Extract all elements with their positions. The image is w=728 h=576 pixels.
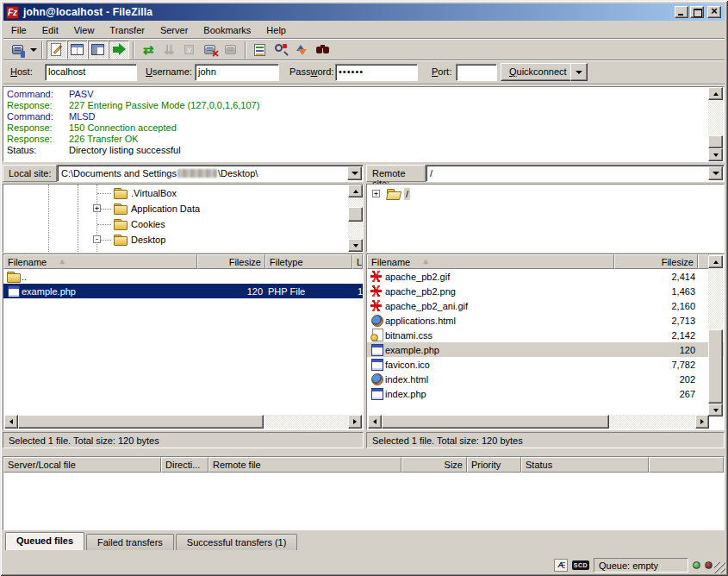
reconnect-button[interactable] [221, 41, 241, 59]
combo-dropdown-button[interactable] [347, 166, 362, 180]
menu-server[interactable]: Server [152, 23, 196, 37]
toggle-queue-view-button[interactable] [109, 41, 129, 59]
file-row[interactable]: bitnami.css2,142 [367, 328, 724, 342]
log-scrollbar[interactable] [708, 87, 723, 161]
message-log[interactable]: Command:PASV Response:227 Entering Passi… [3, 86, 725, 162]
minimize-button[interactable] [675, 6, 688, 18]
maximize-button[interactable] [690, 6, 704, 18]
column-header-filename[interactable]: Filename▲ [3, 254, 197, 269]
column-header-remote-file[interactable]: Remote file [208, 457, 401, 473]
host-input[interactable]: localhost [45, 64, 137, 81]
menu-bookmarks[interactable]: Bookmarks [196, 23, 258, 37]
scroll-left-button[interactable] [4, 415, 18, 429]
expand-plus-icon[interactable]: + [93, 204, 101, 212]
scroll-up-button[interactable] [708, 255, 723, 268]
site-manager-dropdown[interactable] [28, 41, 38, 59]
tab-failed-transfers[interactable]: Failed transfers [86, 534, 174, 550]
username-label: Username: [146, 66, 192, 77]
tree-item-desktop[interactable]: - Desktop [3, 232, 363, 247]
remote-list-hscrollbar[interactable] [368, 415, 709, 429]
scrollbar-thumb[interactable] [382, 415, 609, 429]
toggle-log-view-button[interactable] [47, 41, 67, 59]
quickconnect-dropdown[interactable] [570, 63, 588, 81]
file-row[interactable]: apache_pb2.gif2,414 [367, 269, 724, 284]
toggle-local-tree-button[interactable] [67, 41, 88, 59]
tree-item-root[interactable]: + / [367, 186, 724, 202]
scrollbar-thumb[interactable] [708, 329, 723, 404]
tab-queued-files[interactable]: Queued files [5, 532, 84, 550]
site-manager-button[interactable] [8, 41, 28, 59]
file-row-example-php[interactable]: example.php120 [367, 342, 724, 357]
collapse-minus-icon[interactable]: - [93, 235, 101, 243]
remote-directory-tree[interactable]: + / [366, 184, 725, 253]
column-header-server-local-file[interactable]: Server/Local file [3, 457, 161, 473]
file-row[interactable]: index.php267 [367, 386, 724, 401]
speed-limit-badge[interactable]: SCD [572, 560, 589, 570]
file-row[interactable]: apache_pb2.png1,463 [367, 284, 724, 298]
port-input[interactable] [456, 64, 497, 81]
column-header-filename[interactable]: Filename▲ [367, 254, 614, 269]
column-header-direction[interactable]: Directi... [161, 457, 208, 473]
combo-dropdown-button[interactable] [708, 166, 723, 180]
local-site-combo[interactable]: C:\Documents and Settings\Desktop\ [57, 165, 364, 182]
file-row-example-php[interactable]: example.php 120 PHP File 1 [3, 284, 363, 298]
scroll-right-button[interactable] [348, 415, 362, 429]
scroll-right-button[interactable] [695, 415, 709, 429]
tree-item-virtualbox[interactable]: .VirtualBox [3, 185, 363, 201]
transfer-queue[interactable]: Server/Local file Directi... Remote file… [3, 456, 725, 530]
compare-directories-button[interactable] [271, 41, 291, 59]
scroll-up-button[interactable] [348, 185, 363, 197]
column-header-status[interactable]: Status [521, 457, 649, 473]
toggle-remote-tree-button[interactable] [88, 41, 109, 59]
tree-item-application-data[interactable]: + Application Data [3, 201, 363, 216]
file-row[interactable]: apache_pb2_ani.gif2,160 [367, 298, 724, 313]
synchronized-browsing-button[interactable] [291, 41, 312, 59]
menu-help[interactable]: Help [258, 23, 294, 37]
refresh-button[interactable]: ⇄ [138, 41, 159, 59]
local-file-list[interactable]: Filename▲ Filesize Filetype L .. example… [3, 254, 364, 430]
tab-successful-transfers[interactable]: Successful transfers (1) [176, 534, 298, 550]
disconnect-button[interactable]: × [200, 41, 221, 59]
password-input[interactable]: •••••• [335, 64, 418, 81]
directory-filters-button[interactable] [250, 41, 271, 59]
scroll-down-button[interactable] [708, 148, 723, 161]
menu-view[interactable]: View [66, 23, 103, 37]
local-directory-tree[interactable]: .VirtualBox + Application Data Cookies -… [3, 184, 364, 253]
scrollbar-thumb[interactable] [18, 415, 264, 429]
scroll-left-button[interactable] [368, 415, 382, 429]
menu-edit[interactable]: Edit [34, 23, 66, 37]
column-header-lastmodified[interactable]: L [352, 254, 363, 269]
menu-transfer[interactable]: Transfer [102, 23, 152, 37]
scroll-down-button[interactable] [708, 404, 723, 416]
tree-item-cookies[interactable]: Cookies [3, 216, 363, 232]
quickconnect-button[interactable]: Quickconnect [501, 63, 576, 81]
file-row[interactable]: applications.html2,713 [367, 313, 724, 328]
file-row-parent-dir[interactable]: .. [3, 269, 363, 284]
cancel-button[interactable]: x [179, 41, 200, 59]
scrollbar-thumb[interactable] [708, 135, 723, 148]
menu-file[interactable]: File [3, 23, 34, 37]
close-button[interactable] [707, 6, 721, 18]
column-header-filesize[interactable]: Filesize [614, 254, 698, 269]
remote-list-vscrollbar[interactable] [708, 255, 723, 416]
file-row[interactable]: favicon.ico7,782 [367, 357, 724, 372]
find-files-button[interactable] [312, 41, 333, 59]
remote-file-list[interactable]: Filename▲ Filesize apache_pb2.gif2,414 a… [366, 254, 725, 430]
title-bar[interactable]: Fz john@localhost - FileZilla [3, 3, 725, 21]
file-row[interactable]: index.html202 [367, 372, 724, 386]
scroll-up-button[interactable] [708, 87, 723, 100]
username-input[interactable]: john [195, 64, 279, 81]
local-tree-scrollbar[interactable] [348, 185, 363, 252]
ascii-transfer-mode-icon[interactable]: A [554, 559, 568, 572]
scrollbar-thumb[interactable] [348, 207, 363, 222]
column-header-filetype[interactable]: Filetype [265, 254, 352, 269]
scroll-down-button[interactable] [348, 239, 363, 252]
expand-plus-icon[interactable]: + [372, 190, 380, 197]
resize-grip[interactable] [714, 562, 725, 573]
local-list-hscrollbar[interactable] [4, 415, 362, 429]
process-queue-button[interactable]: ⇊ [159, 41, 179, 59]
column-header-size[interactable]: Size [401, 457, 467, 473]
column-header-filesize[interactable]: Filesize [197, 254, 265, 269]
remote-site-combo[interactable]: / [426, 165, 725, 182]
column-header-priority[interactable]: Priority [467, 457, 521, 473]
